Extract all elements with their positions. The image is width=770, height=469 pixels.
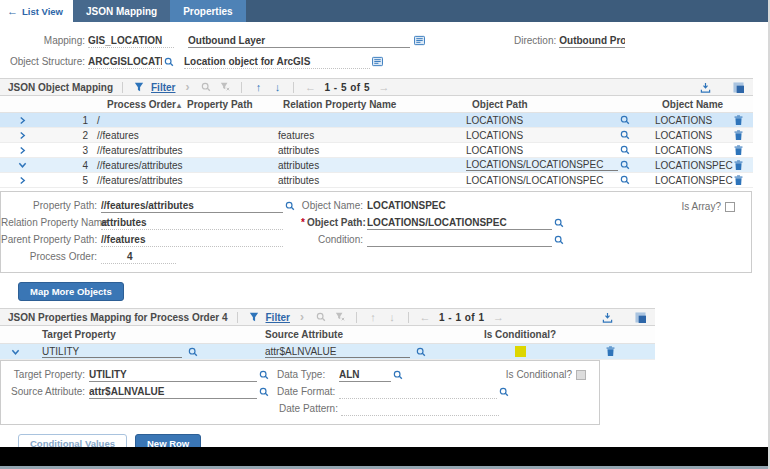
prev-page-icon[interactable]: ← (418, 311, 432, 323)
cell-relation: attributes (276, 145, 464, 156)
filter-icon[interactable] (247, 312, 261, 322)
search-icon[interactable] (186, 347, 200, 357)
is-conditional-checkbox[interactable] (576, 370, 586, 380)
search-icon[interactable] (199, 82, 213, 92)
data-type-field[interactable]: ALN (339, 368, 391, 382)
move-up-icon[interactable]: ↑ (366, 311, 380, 323)
table-row[interactable]: 1 / LOCATIONS LOCATIONS (0, 113, 753, 128)
expand-row-icon[interactable] (0, 176, 45, 185)
properties-mapping-header-row: Target Property Source Attribute Is Cond… (0, 326, 655, 344)
top-tab-bar: ← List View JSON Mapping Properties (0, 0, 768, 22)
column-target-property[interactable]: Target Property (30, 329, 237, 340)
prev-page-icon[interactable]: ← (303, 81, 317, 93)
object-path-field[interactable]: LOCATIONS/LOCATIONSPEC (367, 216, 552, 230)
open-filter-icon[interactable]: › (295, 312, 309, 322)
long-description-icon[interactable] (370, 56, 384, 67)
delete-icon[interactable] (590, 346, 630, 357)
mapping-description-field[interactable]: Outbound Layer (188, 34, 410, 48)
search-icon[interactable] (414, 347, 428, 357)
cell-property-path: //features/attributes (88, 160, 276, 171)
parent-property-path-label: Parent Property Path: (1, 234, 101, 245)
table-row[interactable]: 3 //features/attributes attributes LOCAT… (0, 143, 753, 158)
maximize-icon[interactable] (731, 82, 745, 93)
direction-field[interactable]: Outbound Proce (559, 34, 625, 48)
parent-property-path-field[interactable]: //features (101, 233, 283, 247)
delete-icon[interactable] (725, 175, 751, 186)
search-icon[interactable] (162, 57, 176, 67)
search-icon[interactable] (552, 218, 566, 228)
cell-target-property-field[interactable]: UTILITY (42, 346, 182, 358)
column-object-path[interactable]: Object Path (470, 99, 660, 110)
delete-icon[interactable] (725, 145, 751, 156)
condition-field[interactable] (367, 233, 552, 247)
clear-filter-icon[interactable] (333, 312, 347, 322)
collapse-row-icon[interactable] (0, 161, 45, 169)
clear-filter-icon[interactable] (218, 82, 232, 92)
expand-row-icon[interactable] (0, 146, 45, 155)
source-attribute-label: Source Attribute: (1, 386, 89, 397)
relation-property-name-field[interactable]: attributes (101, 216, 283, 230)
search-icon[interactable] (497, 387, 511, 397)
date-format-field[interactable] (339, 385, 497, 399)
date-pattern-field[interactable] (341, 402, 499, 416)
search-icon[interactable] (618, 160, 632, 170)
delete-icon[interactable] (725, 160, 751, 171)
property-path-field[interactable]: //features/attributes (101, 199, 283, 213)
table-row[interactable]: 4 //features/attributes attributes LOCAT… (0, 158, 753, 173)
map-more-objects-button[interactable]: Map More Objects (18, 282, 124, 301)
is-array-checkbox[interactable] (725, 202, 735, 212)
expand-row-icon[interactable] (0, 116, 45, 125)
next-page-icon[interactable]: → (377, 81, 391, 93)
is-conditional-indicator[interactable] (515, 346, 526, 357)
cell-source-attribute-field[interactable]: attr$ALNVALUE (265, 346, 410, 358)
table-row[interactable]: 5 //features/attributes attributes LOCAT… (0, 173, 753, 188)
search-icon[interactable] (552, 235, 566, 245)
move-up-icon[interactable]: ↑ (251, 81, 265, 93)
tab-properties[interactable]: Properties (170, 0, 245, 22)
collapse-row-icon[interactable] (0, 348, 30, 356)
table-row[interactable]: UTILITY attr$ALNVALUE (0, 344, 655, 360)
object-structure-description-field[interactable]: Location object for ArcGIS (184, 55, 370, 69)
search-icon[interactable] (618, 130, 632, 140)
expand-row-icon[interactable] (0, 131, 45, 140)
cell-object-path-field[interactable]: LOCATIONS/LOCATIONSPEC (466, 159, 618, 171)
cell-object-name: LOCATIONS (653, 130, 725, 141)
filter-toggle[interactable]: Filter (266, 312, 290, 323)
download-icon[interactable] (698, 82, 712, 93)
search-icon[interactable] (257, 370, 271, 380)
column-object-name[interactable]: Object Name (660, 99, 753, 110)
back-to-list-view[interactable]: ← List View (0, 0, 73, 22)
tab-json-mapping[interactable]: JSON Mapping (73, 0, 170, 22)
search-icon[interactable] (257, 387, 271, 397)
source-attribute-field[interactable]: attr$ALNVALUE (89, 385, 257, 399)
next-page-icon[interactable]: → (492, 311, 506, 323)
move-down-icon[interactable]: ↓ (385, 311, 399, 323)
mapping-field[interactable]: GIS_LOCATION (88, 34, 174, 48)
open-filter-icon[interactable]: › (180, 82, 194, 92)
search-icon[interactable] (314, 312, 328, 322)
object-mapping-toolbar: JSON Object Mapping Filter › ↑ ↓ ← 1 - 5… (0, 78, 753, 96)
table-row[interactable]: 2 //features features LOCATIONS LOCATION… (0, 128, 753, 143)
process-order-field[interactable]: 4 (101, 250, 176, 264)
delete-icon[interactable] (725, 115, 751, 126)
filter-toggle[interactable]: Filter (151, 82, 175, 93)
move-down-icon[interactable]: ↓ (270, 81, 284, 93)
search-icon[interactable] (618, 115, 632, 125)
target-property-field[interactable]: UTILITY (89, 368, 257, 382)
search-icon[interactable] (391, 370, 405, 380)
maximize-icon[interactable] (633, 312, 647, 323)
column-source-attribute[interactable]: Source Attribute (265, 329, 450, 340)
target-property-label: Target Property: (1, 369, 89, 380)
column-property-path[interactable]: Property Path (185, 99, 283, 110)
search-icon[interactable] (283, 201, 297, 211)
column-is-conditional[interactable]: Is Conditional? (450, 329, 590, 340)
object-structure-field[interactable]: ARCGISLOCATIO (88, 55, 162, 69)
filter-icon[interactable] (132, 82, 146, 92)
delete-icon[interactable] (725, 130, 751, 141)
long-description-icon[interactable] (412, 35, 426, 46)
download-icon[interactable] (600, 312, 614, 323)
search-icon[interactable] (618, 145, 632, 155)
column-relation-property-name[interactable]: Relation Property Name (283, 99, 470, 110)
column-process-order[interactable]: Process Order▴ (0, 99, 185, 110)
search-icon[interactable] (618, 175, 632, 185)
